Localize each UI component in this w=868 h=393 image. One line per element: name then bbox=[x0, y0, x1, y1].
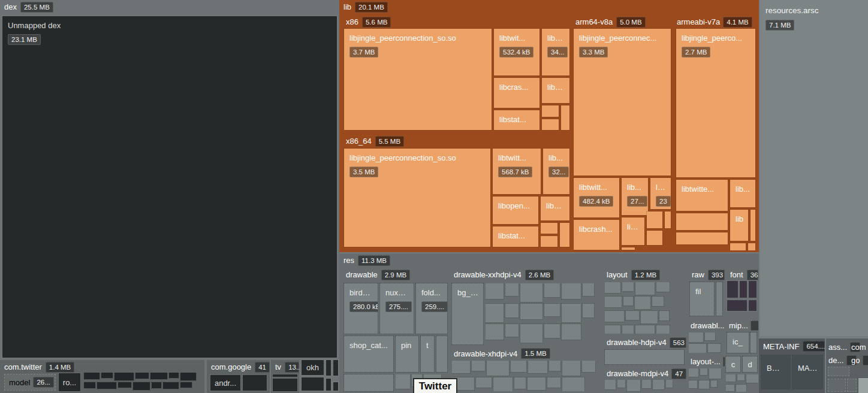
treemap-cell[interactable] bbox=[150, 373, 167, 379]
treemap-cell-font-file[interactable] bbox=[749, 300, 757, 311]
treemap-cell-fil[interactable]: fil bbox=[690, 282, 714, 316]
treemap-cell[interactable] bbox=[135, 373, 149, 379]
treemap-cell[interactable] bbox=[689, 380, 697, 388]
group-header-drawable-xhdpi-v4[interactable]: drawable-xhdpi-v4 1.5 MB bbox=[450, 347, 601, 359]
treemap-cells-grid[interactable] bbox=[689, 332, 724, 353]
treemap-cell[interactable] bbox=[562, 304, 581, 322]
group-header-x86-64[interactable]: x86_64 5.5 MB bbox=[342, 134, 572, 148]
treemap-cell[interactable] bbox=[828, 367, 849, 376]
treemap-cell[interactable] bbox=[666, 380, 673, 388]
treemap-cell[interactable] bbox=[520, 283, 542, 302]
treemap-cell[interactable] bbox=[582, 361, 595, 372]
treemap-cell[interactable] bbox=[605, 282, 620, 293]
treemap-cell[interactable] bbox=[583, 283, 594, 296]
group-header-arm64-v8a[interactable]: arm64-v8a 5.0 MB bbox=[571, 15, 673, 29]
group-header-tv[interactable]: tv 13... bbox=[271, 360, 299, 374]
treemap-cell[interactable] bbox=[716, 282, 722, 316]
treemap-cell-libn[interactable]: libn... bbox=[541, 196, 569, 220]
treemap-cell-resources-arsc[interactable]: resources.arsc 7.1 MB bbox=[760, 0, 868, 336]
treemap-cell[interactable] bbox=[562, 283, 581, 299]
treemap-cell[interactable] bbox=[689, 332, 703, 342]
treemap-cell[interactable] bbox=[528, 377, 545, 390]
treemap-cell-font-file[interactable] bbox=[749, 281, 757, 298]
treemap-cell[interactable] bbox=[333, 360, 338, 376]
treemap-cell[interactable] bbox=[711, 380, 717, 387]
group-header-res[interactable]: res 11.3 MB bbox=[339, 253, 759, 267]
treemap-cell[interactable] bbox=[605, 325, 620, 334]
treemap-cell[interactable] bbox=[626, 311, 639, 320]
treemap-cell[interactable] bbox=[700, 368, 707, 375]
treemap-cell[interactable] bbox=[736, 385, 746, 392]
treemap-cell-lib[interactable]: lib... bbox=[730, 180, 755, 207]
treemap-cell-libs[interactable]: libs 23 bbox=[650, 178, 671, 209]
treemap-cell[interactable] bbox=[476, 377, 492, 388]
treemap-cell[interactable] bbox=[326, 360, 331, 376]
treemap-cell[interactable] bbox=[652, 297, 664, 306]
treemap-cell[interactable] bbox=[511, 361, 526, 372]
treemap-cell[interactable] bbox=[562, 324, 581, 340]
treemap-cell-libjingle[interactable]: libjingle_peerconnection_so.so 3.5 MB bbox=[344, 149, 490, 247]
group-header-com-twitter[interactable]: com.twitter 1.4 MB bbox=[0, 360, 204, 374]
treemap-cell[interactable] bbox=[541, 236, 557, 247]
treemap-cell[interactable] bbox=[561, 105, 569, 130]
treemap-cell[interactable] bbox=[544, 283, 560, 297]
treemap-cell[interactable] bbox=[622, 247, 635, 250]
group-header-armeabi-v7a[interactable]: armeabi-v7a 4.1 MB bbox=[674, 15, 758, 29]
treemap-cell[interactable] bbox=[605, 311, 624, 322]
treemap-cell-libtwitt[interactable]: libtwitt... 482.4 kB bbox=[574, 178, 619, 217]
treemap-cell[interactable] bbox=[163, 382, 179, 389]
treemap-cell-fold[interactable]: fold... 259.... bbox=[416, 283, 447, 334]
group-header-layout-land[interactable]: layout-... bbox=[688, 355, 725, 367]
treemap-cell[interactable] bbox=[152, 382, 161, 388]
group-header-font[interactable]: font 36 bbox=[726, 268, 758, 282]
treemap-cell[interactable] bbox=[514, 377, 526, 389]
treemap-cell-font-file[interactable] bbox=[740, 281, 747, 298]
treemap-cell[interactable] bbox=[635, 297, 650, 309]
treemap-cell[interactable] bbox=[344, 374, 393, 391]
treemap-cell-andr[interactable]: andr... bbox=[210, 375, 240, 391]
treemap-cell-man[interactable]: MAN... bbox=[792, 355, 822, 389]
treemap-cell[interactable] bbox=[562, 361, 580, 376]
treemap-cell[interactable] bbox=[133, 382, 150, 390]
group-header-drawable-hdpi-v4[interactable]: drawable-hdpi-v4 563 bbox=[602, 335, 686, 349]
treemap-cell[interactable] bbox=[622, 282, 634, 291]
treemap-cell-shop-cat[interactable]: shop_cat... bbox=[344, 336, 393, 372]
group-header-go[interactable]: go bbox=[851, 355, 868, 365]
treemap-cell[interactable] bbox=[622, 325, 634, 334]
treemap-cell[interactable] bbox=[751, 332, 757, 353]
treemap-cell[interactable] bbox=[642, 380, 651, 388]
treemap-cell[interactable] bbox=[605, 350, 684, 364]
treemap-cell[interactable] bbox=[84, 382, 95, 388]
group-header-com-google[interactable]: com.google 41 bbox=[207, 360, 270, 374]
treemap-cell-bird[interactable]: bird_... 280.0 kB bbox=[344, 283, 378, 334]
treemap-cell[interactable] bbox=[705, 332, 715, 340]
treemap-cell-unmapped-dex[interactable]: Unmapped dex 23.1 MB bbox=[2, 16, 337, 358]
treemap-cell[interactable] bbox=[676, 213, 728, 230]
treemap-cells-grid[interactable] bbox=[605, 282, 684, 334]
treemap-cell[interactable] bbox=[486, 304, 504, 322]
treemap-cell-lib[interactable]: lib... bbox=[622, 217, 644, 245]
treemap-cell-bg-h[interactable]: bg_h... bbox=[452, 283, 483, 344]
treemap-cell[interactable] bbox=[665, 211, 671, 228]
treemap-cell-lib2[interactable]: lib bbox=[730, 210, 748, 241]
treemap-cell-ro[interactable]: ro... bbox=[59, 373, 80, 391]
treemap-cell[interactable] bbox=[547, 377, 560, 388]
treemap-cell[interactable] bbox=[605, 297, 622, 307]
treemap-cell[interactable] bbox=[549, 361, 560, 371]
treemap-cell[interactable] bbox=[699, 380, 709, 389]
treemap-cell[interactable] bbox=[118, 382, 131, 388]
treemap-cell-libjingle[interactable]: libjingle_peerconnec... 3.3 MB bbox=[574, 29, 671, 176]
group-header-layout[interactable]: layout 1.2 MB bbox=[602, 268, 686, 282]
treemap-cell-font-file[interactable] bbox=[727, 281, 738, 298]
treemap-cell[interactable] bbox=[726, 385, 734, 391]
treemap-cell-t[interactable]: t bbox=[421, 336, 434, 372]
treemap-cell[interactable] bbox=[273, 374, 297, 377]
treemap-cell[interactable] bbox=[97, 382, 116, 389]
treemap-cell-libstat[interactable]: libstat... bbox=[493, 226, 538, 247]
treemap-cell[interactable] bbox=[708, 344, 721, 352]
treemap-cell[interactable] bbox=[396, 374, 410, 389]
treemap-cell[interactable] bbox=[635, 325, 655, 334]
treemap-cell-libn[interactable]: libn... bbox=[542, 78, 569, 103]
treemap-cell[interactable] bbox=[544, 324, 560, 338]
treemap-cell[interactable] bbox=[505, 283, 519, 296]
